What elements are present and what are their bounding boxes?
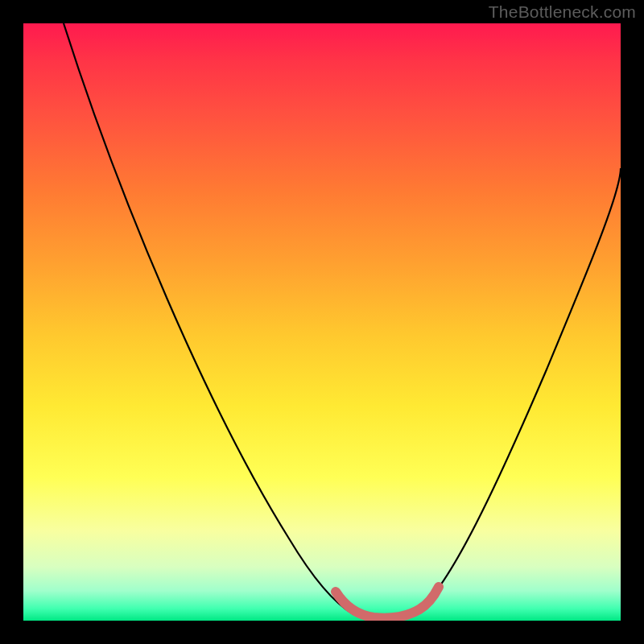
bottleneck-curve xyxy=(23,23,621,621)
chart-area xyxy=(23,23,621,621)
highlight-path xyxy=(336,587,439,618)
curve-path xyxy=(64,23,621,619)
watermark-text: TheBottleneck.com xyxy=(489,2,636,22)
